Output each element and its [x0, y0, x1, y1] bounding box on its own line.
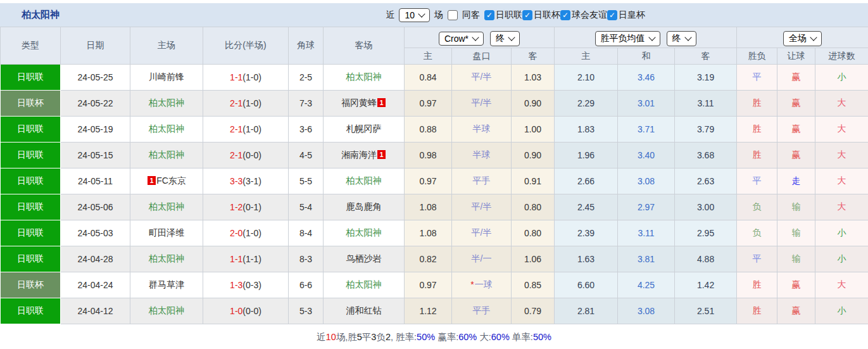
handicap-cell: 平/半	[452, 194, 512, 220]
summary-text-segment: 场,胜	[336, 331, 357, 343]
league-checkbox[interactable]: ✓	[560, 10, 570, 20]
odds-away-cell: 0.91	[512, 168, 555, 194]
handicap-cell: 平/半	[452, 91, 512, 117]
mean-draw-cell: 3.40	[618, 143, 675, 168]
handicap-value: 平/半	[472, 201, 492, 212]
league-type-cell: 日职联	[1, 298, 61, 324]
mean-home-cell: 2.45	[555, 194, 618, 220]
handicap-value: 平手	[473, 305, 491, 315]
table-row: 日联杯24-05-22柏太阳神2-1(1-0)7-3福冈黄蜂10.97平/半0.…	[1, 91, 868, 117]
filter-controls: 近 10 场 同客 ✓日职联✓日联杯✓球会友谊✓日皇杯	[386, 8, 645, 22]
home-team-cell: 柏太阳神	[130, 298, 203, 324]
result-handicap-cell: 赢	[777, 298, 815, 324]
mean-away-cell: 3.11	[675, 91, 737, 117]
mean-draw-cell: 3.11	[618, 220, 675, 246]
scope-select[interactable]: 全场	[783, 31, 822, 46]
mean-time-select[interactable]: 终	[667, 31, 696, 46]
date-cell: 24-04-28	[61, 246, 130, 272]
team-name: 柏太阳神	[346, 72, 382, 82]
mean-home-cell: 2.39	[555, 220, 618, 246]
bookmaker-select[interactable]: Crow*	[439, 32, 484, 46]
handicap-cell: *一球	[452, 272, 512, 298]
red-card-badge: 1	[377, 150, 386, 159]
league-type-cell: 日联杯	[1, 91, 61, 117]
handicap-value: 半球	[473, 149, 491, 160]
mean-type-select[interactable]: 胜平负均值	[595, 31, 660, 46]
team-name: 柏太阳神	[346, 175, 382, 186]
team-name: 川崎前锋	[149, 72, 184, 82]
mean-away-cell: 4.88	[675, 246, 737, 272]
mean-away-cell: 2.95	[675, 220, 737, 246]
mean-away-cell: 2.51	[675, 298, 737, 324]
summary-text-segment: 平	[362, 331, 372, 343]
col-header-score: 比分(半场)	[203, 27, 289, 65]
corners-cell: 5-4	[289, 194, 324, 220]
col-header-away: 客场	[324, 27, 405, 65]
result-handicap-cell: 赢	[777, 117, 815, 143]
mean-away-cell: 3.79	[675, 117, 737, 143]
fulltime-score: 2-1	[230, 124, 242, 134]
home-team-cell: 1FC东京	[130, 168, 203, 194]
team-name: 群马草津	[149, 279, 184, 289]
team-name: 浦和红钻	[346, 305, 382, 315]
mean-draw-cell: 3.71	[618, 117, 675, 143]
mean-home-cell: 1.83	[555, 117, 618, 143]
handicap-cell: 平手	[452, 168, 512, 194]
halftime-score: (3-1)	[242, 176, 261, 186]
away-team-cell: 柏太阳神	[324, 272, 405, 298]
home-team-cell: 群马草津	[130, 272, 203, 298]
col-header-type: 类型	[1, 27, 61, 65]
chevron-down-icon	[508, 34, 515, 41]
halftime-score: (0-0)	[242, 150, 261, 160]
away-team-cell: 柏太阳神	[324, 65, 405, 91]
odds-home-cell: 1.08	[405, 220, 452, 246]
odds-time-select[interactable]: 终	[490, 31, 520, 46]
sub-header-mean-home: 主	[555, 48, 618, 65]
team-name: 柏太阳神	[149, 124, 184, 134]
summary-text-segment: 大:	[477, 331, 491, 343]
mean-home-cell: 2.66	[555, 168, 618, 194]
result-handicap-cell: 赢	[777, 143, 815, 168]
halftime-score: (1-0)	[242, 98, 261, 108]
date-cell: 24-05-06	[61, 194, 130, 220]
date-cell: 24-05-03	[61, 220, 130, 246]
chevron-down-icon	[810, 34, 817, 41]
recent-count-select[interactable]: 10	[399, 8, 430, 22]
league-checkbox[interactable]: ✓	[484, 10, 494, 20]
same-away-checkbox[interactable]	[448, 10, 458, 20]
fulltime-score: 2-1	[230, 150, 242, 160]
corners-cell: 8-4	[289, 220, 324, 246]
away-team-cell: 鸟栖沙岩	[324, 246, 405, 272]
date-cell: 24-05-22	[61, 91, 130, 117]
corners-cell: 5-5	[289, 168, 324, 194]
chevron-down-icon	[472, 34, 479, 41]
summary-text-segment: 3	[371, 332, 376, 342]
home-team-cell: 町田泽维	[130, 220, 203, 246]
team-name: 福冈黄蜂	[341, 98, 377, 108]
sub-header-handicap: 盘口	[452, 48, 512, 65]
fulltime-score: 1-1	[230, 254, 242, 264]
mean-draw-cell: 3.46	[618, 65, 675, 91]
score-cell: 1-1(1-0)	[203, 65, 289, 91]
score-cell: 1-3(0-3)	[203, 272, 289, 298]
mean-home-cell: 6.60	[555, 272, 618, 298]
league-checkbox[interactable]: ✓	[522, 10, 532, 20]
handicap-value: 平/半	[472, 98, 492, 108]
table-row: 日职联24-04-28柏太阳神1-1(1-1)8-3鸟栖沙岩0.82半/一1.0…	[1, 246, 868, 272]
odds-home-cell: 0.98	[405, 143, 452, 168]
team-name: 柏太阳神	[149, 305, 184, 315]
home-team-cell: 柏太阳神	[130, 194, 203, 220]
league-checkbox[interactable]: ✓	[607, 10, 617, 20]
league-filter-group: ✓日职联✓日联杯✓球会友谊✓日皇杯	[484, 10, 645, 21]
fulltime-score: 2-1	[230, 98, 242, 108]
odds-home-cell: 1.12	[405, 298, 452, 324]
score-cell: 2-1(1-0)	[203, 91, 289, 117]
league-type-cell: 日职联	[1, 220, 61, 246]
away-team-cell: 柏太阳神	[324, 220, 405, 246]
date-cell: 24-05-25	[61, 65, 130, 91]
score-cell: 2-1(0-0)	[203, 143, 289, 168]
league-type-cell: 日职联	[1, 246, 61, 272]
changed-handicap-star: *	[470, 279, 474, 289]
fulltime-score: 3-3	[230, 176, 242, 186]
result-handicap-cell: 赢	[777, 65, 815, 91]
